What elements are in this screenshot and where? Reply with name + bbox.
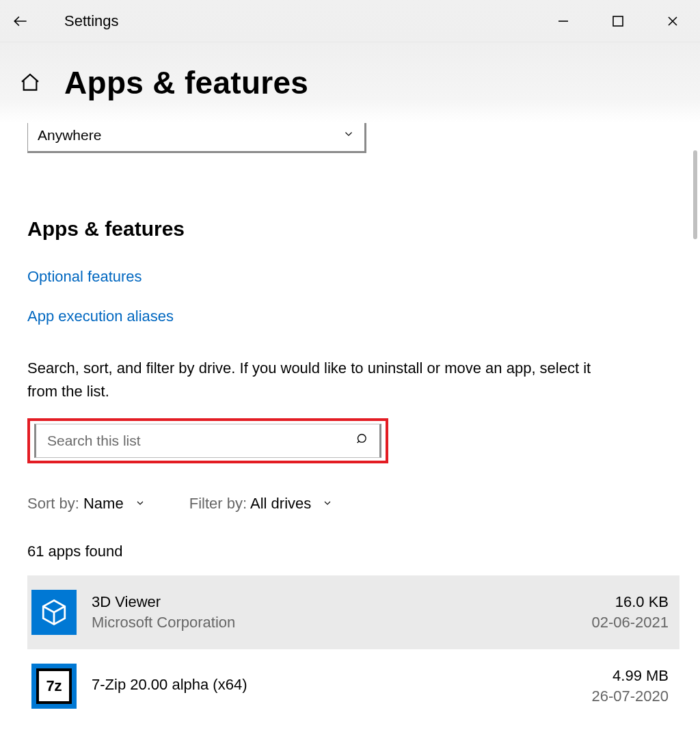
section-heading: Apps & features <box>27 217 679 241</box>
arrow-left-icon <box>12 12 29 30</box>
svg-point-1 <box>358 435 366 443</box>
chevron-down-icon <box>322 495 333 512</box>
description-text: Search, sort, and filter by drive. If yo… <box>27 357 602 403</box>
chevron-down-icon <box>342 128 355 144</box>
app-date: 02-06-2021 <box>591 614 669 631</box>
filter-value: All drives <box>250 495 311 512</box>
apps-count: 61 apps found <box>27 543 679 560</box>
sort-by-control[interactable]: Sort by: Name <box>27 495 146 513</box>
page-header: Apps & features <box>0 42 700 123</box>
search-input[interactable] <box>46 432 356 450</box>
search-highlight-box <box>27 418 388 463</box>
app-meta: 3D ViewerMicrosoft Corporation <box>92 593 576 631</box>
titlebar: Settings <box>0 0 700 42</box>
app-row[interactable]: Alarms & Clock16.0 KB <box>27 723 679 734</box>
close-button[interactable] <box>645 0 700 42</box>
app-name: 3D Viewer <box>92 593 576 611</box>
maximize-icon <box>612 15 624 27</box>
minimize-icon <box>557 15 569 27</box>
app-right: 16.0 KB02-06-2021 <box>591 593 669 631</box>
cube-icon <box>31 590 77 635</box>
apps-list: 3D ViewerMicrosoft Corporation16.0 KB02-… <box>27 575 679 734</box>
page-title: Apps & features <box>64 64 308 101</box>
install-source-value: Anywhere <box>38 127 101 144</box>
sort-label: Sort by: <box>27 495 79 512</box>
search-icon <box>356 433 370 449</box>
close-icon <box>667 15 679 27</box>
app-row[interactable]: 3D ViewerMicrosoft Corporation16.0 KB02-… <box>27 575 679 649</box>
filter-by-control[interactable]: Filter by: All drives <box>189 495 334 513</box>
home-icon <box>19 72 41 94</box>
execution-aliases-link[interactable]: App execution aliases <box>27 308 174 325</box>
filter-label: Filter by: <box>189 495 247 512</box>
sort-value: Name <box>83 495 124 512</box>
home-button[interactable] <box>19 72 48 94</box>
optional-features-link[interactable]: Optional features <box>27 268 142 286</box>
app-row[interactable]: 7z7-Zip 20.00 alpha (x64)4.99 MB26-07-20… <box>27 649 679 723</box>
7z-icon: 7z <box>31 664 77 709</box>
main-content: Anywhere Apps & features Optional featur… <box>0 123 700 734</box>
app-date: 26-07-2020 <box>591 688 669 705</box>
app-meta: 7-Zip 20.00 alpha (x64) <box>92 676 576 696</box>
scrollbar-thumb[interactable] <box>693 150 697 239</box>
list-controls: Sort by: Name Filter by: All drives <box>27 495 679 513</box>
app-size: 4.99 MB <box>591 667 669 685</box>
app-size: 16.0 KB <box>591 593 669 611</box>
app-name: 7-Zip 20.00 alpha (x64) <box>92 676 576 694</box>
app-right: 4.99 MB26-07-2020 <box>591 667 669 705</box>
search-field-wrapper <box>34 424 381 458</box>
app-publisher: Microsoft Corporation <box>92 614 576 631</box>
maximize-button[interactable] <box>591 0 645 42</box>
install-source-dropdown[interactable]: Anywhere <box>27 123 366 153</box>
chevron-down-icon <box>135 495 146 512</box>
svg-rect-0 <box>613 16 623 26</box>
window-title: Settings <box>64 12 119 30</box>
back-button[interactable] <box>0 0 41 42</box>
minimize-button[interactable] <box>536 0 591 42</box>
